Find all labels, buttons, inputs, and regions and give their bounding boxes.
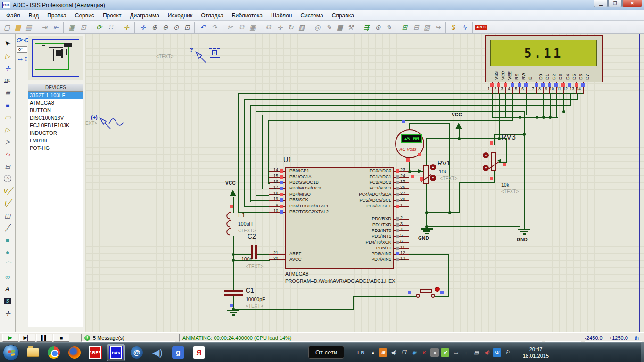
device-item[interactable]: LM016L	[28, 137, 83, 145]
erc-icon[interactable]: ϟ	[460, 22, 471, 33]
firefox-taskbar-icon[interactable]	[66, 344, 83, 361]
menu-item[interactable]: Вид	[25, 11, 43, 20]
device-item[interactable]: ECJ-0EB1E103K	[28, 122, 83, 130]
tape-recorder-tool-icon[interactable]: ⊟	[1, 160, 14, 172]
pot-increase-button[interactable]: ▲	[430, 164, 436, 170]
terminal-tool-icon[interactable]: ▷	[1, 123, 14, 135]
symbol-2d-tool-icon[interactable]: S	[1, 295, 14, 307]
minimize-button[interactable]: ▁	[594, 0, 608, 7]
print-icon[interactable]: ▣	[63, 22, 78, 33]
wire[interactable]	[238, 93, 239, 213]
voltage-probe-tool-icon[interactable]: V╱	[1, 185, 14, 197]
generator-tool-icon[interactable]: ∿	[1, 173, 14, 184]
wire[interactable]	[233, 309, 354, 310]
junction-tool-icon[interactable]: ✛	[1, 62, 14, 74]
netlist-icon[interactable]: ⇶	[358, 22, 372, 33]
wire[interactable]	[426, 212, 460, 213]
wire[interactable]	[449, 123, 450, 213]
arc-2d-tool-icon[interactable]: ⌒	[1, 258, 14, 270]
wire[interactable]	[448, 254, 449, 297]
wire[interactable]	[492, 117, 558, 118]
graph-tool-icon[interactable]: ∿	[1, 148, 14, 160]
isis-taskbar-icon[interactable]: isis	[107, 344, 125, 361]
action-center-flag-icon[interactable]: ⚐	[503, 348, 512, 357]
wire[interactable]	[543, 94, 544, 118]
current-probe-tool-icon[interactable]: I╱	[1, 197, 14, 209]
wire[interactable]	[426, 226, 520, 227]
mcu-pin[interactable]: 10 PB7/TOSC2/XTAL2	[269, 208, 396, 215]
zone-icon[interactable]: ▧	[421, 22, 432, 33]
wire[interactable]	[233, 236, 234, 291]
flip-vertical-icon[interactable]: ↕	[24, 54, 28, 62]
wire[interactable]	[550, 94, 551, 118]
pause-button[interactable]: ▌▌	[36, 334, 52, 342]
wire[interactable]	[250, 200, 269, 201]
property-tool-icon[interactable]: ✎	[323, 22, 334, 33]
capacitor-plate[interactable]	[224, 290, 243, 292]
pot-decrease-button[interactable]: ▼	[430, 175, 436, 181]
device-item[interactable]: INDUCTOR	[28, 130, 83, 137]
pot-increase-button[interactable]: ▲	[483, 152, 489, 158]
wire[interactable]	[244, 99, 578, 100]
overview-window[interactable]	[28, 36, 83, 80]
schematic-canvas[interactable]: VCC VCC GND GND U1 14 PB0/ICP1 15 PB1/OC…	[85, 34, 644, 332]
zoom-area-icon[interactable]: ⊡	[182, 22, 192, 33]
wire[interactable]	[426, 138, 427, 166]
wire[interactable]	[520, 94, 520, 118]
vcc-terminal[interactable]	[230, 190, 236, 196]
clock[interactable]: 20:47 18.01.2015	[517, 346, 554, 359]
new-file-icon[interactable]: ▢	[1, 22, 12, 33]
clipboard-icon[interactable]: ▤	[472, 348, 480, 357]
play-button[interactable]: ▶	[2, 334, 18, 342]
circle-2d-tool-icon[interactable]: ●	[1, 246, 14, 258]
wire[interactable]	[353, 296, 354, 310]
wire[interactable]	[409, 123, 450, 124]
block-move-icon[interactable]: ✛	[274, 22, 285, 33]
text-2d-tool-icon[interactable]: A	[1, 283, 14, 295]
explorer-taskbar-icon[interactable]	[24, 344, 42, 361]
wire[interactable]	[244, 99, 245, 207]
update-arrow-icon[interactable]: ↓	[462, 348, 470, 357]
zoom-out-icon[interactable]: ⊖	[160, 22, 171, 33]
rotation-field[interactable]: 0°	[17, 46, 27, 53]
ground-terminal[interactable]	[518, 229, 530, 236]
menu-item[interactable]: Справка	[328, 11, 358, 20]
wire[interactable]	[435, 296, 449, 297]
device-item[interactable]: POT-HG	[28, 145, 83, 152]
mcu-pin[interactable]: 5 PD3/INT1	[285, 233, 411, 239]
dropbox-icon[interactable]: ❒	[399, 348, 408, 357]
bom-icon[interactable]: $	[445, 22, 460, 33]
wire[interactable]	[233, 254, 251, 255]
search-binoculars-icon[interactable]: ⊛	[372, 22, 383, 33]
subcircuit-tool-icon[interactable]: ▭	[1, 111, 14, 123]
paste-icon[interactable]: ▣	[247, 22, 258, 33]
save-icon[interactable]: ▥	[23, 22, 34, 33]
redraw-icon[interactable]: ⟳	[91, 22, 105, 33]
wire[interactable]	[526, 94, 527, 115]
power-mode-notification[interactable]: От сети	[308, 346, 344, 359]
audio-device-icon[interactable]: ◀)	[482, 348, 491, 357]
wire[interactable]	[409, 254, 449, 255]
wire[interactable]	[256, 111, 525, 112]
wire[interactable]	[459, 182, 460, 213]
menu-item[interactable]: Правка	[43, 11, 71, 20]
wire[interactable]	[244, 206, 269, 207]
language-indicator[interactable]: EN	[357, 350, 364, 355]
zoom-in-icon[interactable]: ⊕	[149, 22, 160, 33]
new-sheet-icon[interactable]: ⊞	[396, 22, 411, 33]
menu-item[interactable]: Сервис	[71, 11, 99, 20]
block-delete-icon[interactable]: ▨	[296, 22, 307, 33]
potentiometer-rv1[interactable]	[423, 165, 429, 184]
push-button-actuator[interactable]	[435, 287, 440, 292]
menu-item[interactable]: Файл	[2, 11, 25, 20]
restore-button[interactable]: ❐	[608, 0, 622, 7]
wire[interactable]	[250, 105, 571, 106]
wire[interactable]	[250, 105, 251, 202]
volume-app-taskbar-icon[interactable]: ◀)	[149, 344, 166, 361]
block-copy-icon[interactable]: ⧉	[260, 22, 274, 33]
message-panel[interactable]: i 5 Message(s)	[81, 334, 175, 342]
device-item[interactable]: ATMEGA8	[28, 99, 83, 107]
mcu-pin[interactable]: 2 PD0/RXD	[285, 215, 411, 222]
copy-icon[interactable]: ⧉	[236, 22, 247, 33]
undo-icon[interactable]: ↶	[194, 22, 209, 33]
